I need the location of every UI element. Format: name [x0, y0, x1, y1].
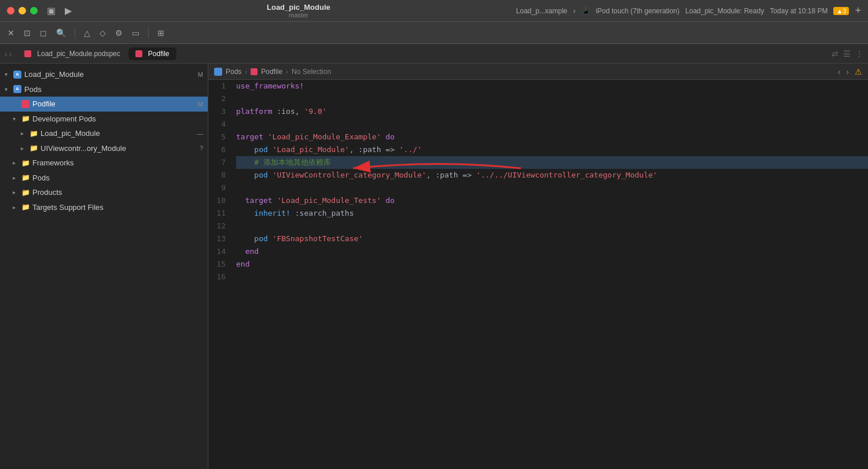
- sidebar-badge: M: [193, 70, 203, 80]
- chevron-right-icon: ▸: [21, 129, 28, 138]
- nav-forward-icon[interactable]: ›: [9, 49, 12, 58]
- device-icon: 📱: [582, 7, 590, 15]
- podfile-tab-icon: [135, 50, 142, 57]
- sidebar-item-targets-support[interactable]: ▸ 📁 Targets Support Files: [0, 200, 208, 215]
- fullscreen-button[interactable]: [30, 7, 38, 14]
- sidebar-item-dev-pods[interactable]: ▾ 📁 Development Pods: [0, 112, 208, 127]
- toolbar-grid-icon[interactable]: ⊡: [21, 27, 34, 39]
- titlebar-center: Load_pic_Module master: [81, 3, 516, 19]
- chevron-right-icon: ▸: [13, 188, 20, 197]
- editor-list-icon[interactable]: ☰: [843, 49, 851, 58]
- folder-icon: 📁: [30, 130, 38, 138]
- add-button[interactable]: +: [855, 5, 861, 17]
- editor-panel: Pods › Podfile › No Selection ‹ › ⚠ 1234…: [208, 64, 868, 469]
- sidebar-toggle-icon[interactable]: ▣: [47, 5, 56, 16]
- toolbar-search-icon[interactable]: 🔍: [53, 27, 69, 39]
- folder-icon: 📁: [21, 159, 30, 167]
- titlebar-subtitle: master: [289, 12, 308, 19]
- code-line: [236, 93, 868, 105]
- time-label: Today at 10:18 PM: [770, 7, 827, 15]
- sidebar-item-load-pic-sub[interactable]: ▸ 📁 Load_pic_Module —: [0, 126, 208, 141]
- sidebar-item-load-pic-module[interactable]: ▾ A Load_pic_Module M: [0, 67, 208, 82]
- toolbar-grid2-icon[interactable]: ⊞: [155, 27, 167, 39]
- sidebar-label: Load_pic_Module: [24, 69, 193, 80]
- sidebar: ▾ A Load_pic_Module M ▾ A Pods Podfile M…: [0, 64, 208, 469]
- breadcrumb-podfile[interactable]: Podfile: [261, 68, 282, 76]
- line-number: 1: [208, 80, 226, 93]
- toolbar: ✕ ⊡ ◻ 🔍 △ ◇ ⚙ ▭ ⊞: [0, 22, 868, 44]
- sidebar-label: Frameworks: [32, 157, 203, 169]
- folder-icon: 📁: [21, 115, 30, 123]
- line-number: 4: [208, 118, 226, 131]
- sidebar-item-frameworks[interactable]: ▸ 📁 Frameworks: [0, 156, 208, 171]
- sidebar-label: Development Pods: [32, 113, 203, 125]
- line-number: 6: [208, 143, 226, 156]
- chevron-down-icon: ▾: [5, 85, 12, 94]
- toolbar-diamond-icon[interactable]: ◇: [97, 27, 109, 39]
- close-button[interactable]: [7, 7, 14, 14]
- line-number: 14: [208, 245, 226, 258]
- play-button[interactable]: ▶: [65, 5, 72, 16]
- nav-arrows: ‹ ›: [5, 49, 12, 58]
- device-separator: ›: [573, 7, 576, 15]
- toolbar-rect-icon[interactable]: ▭: [129, 27, 142, 39]
- sidebar-item-uiview-module[interactable]: ▸ 📁 UIViewcontr...ory_Module ?: [0, 141, 208, 156]
- chevron-right-icon: ▸: [21, 144, 28, 153]
- sidebar-item-pods-group[interactable]: ▾ A Pods: [0, 82, 208, 97]
- sidebar-badge: —: [192, 129, 203, 139]
- editor-split-icon[interactable]: ⇄: [832, 49, 838, 58]
- code-line: end: [236, 245, 868, 258]
- nav-back-icon[interactable]: ‹: [5, 49, 8, 58]
- sidebar-badge: ?: [195, 143, 203, 153]
- breadcrumb-pods-icon: [214, 68, 222, 76]
- breadcrumb-pods[interactable]: Pods: [226, 68, 241, 76]
- toolbar-cross-icon[interactable]: ✕: [5, 27, 17, 39]
- toolbar-warn-icon[interactable]: △: [81, 27, 93, 39]
- chevron-right-icon: ▸: [13, 158, 20, 167]
- minimize-button[interactable]: [19, 7, 26, 14]
- tab-podspec[interactable]: Load_pic_Module.podspec: [17, 47, 127, 60]
- sidebar-label: Targets Support Files: [32, 202, 203, 213]
- code-line: target 'Load_pic_Module_Example' do: [236, 131, 868, 143]
- tab-podfile[interactable]: Podfile: [128, 47, 176, 60]
- breadcrumb-sep2: ›: [286, 68, 288, 76]
- sidebar-item-products[interactable]: ▸ 📁 Products: [0, 185, 208, 200]
- code-line: [236, 118, 868, 131]
- code-line: use_frameworks!: [236, 80, 868, 93]
- warning-badge[interactable]: ▲3: [833, 7, 849, 15]
- sidebar-label: UIViewcontr...ory_Module: [41, 143, 195, 154]
- line-number: 13: [208, 232, 226, 245]
- sidebar-label: Products: [32, 187, 203, 198]
- breadcrumb-no-selection: No Selection: [292, 68, 331, 76]
- code-line: inherit! :search_paths: [236, 207, 868, 220]
- toolbar-gear-icon[interactable]: ⚙: [112, 27, 126, 39]
- podspec-tab-icon: [24, 50, 31, 57]
- breadcrumb-podfile-icon: [251, 68, 258, 75]
- breadcrumb-warn-icon[interactable]: ⚠: [855, 67, 862, 76]
- code-line: pod 'UIViewController_category_Module', …: [236, 169, 868, 182]
- status-label: Load_pic_Module: Ready: [685, 7, 764, 15]
- titlebar: ▣ ▶ Load_pic_Module master Load_p...xamp…: [0, 0, 868, 22]
- titlebar-right: Load_p...xample › 📱 iPod touch (7th gene…: [516, 5, 861, 17]
- podfile-icon: [21, 100, 30, 108]
- tabs-bar: ‹ › Load_pic_Module.podspec Podfile ⇄ ☰ …: [0, 44, 868, 64]
- podspec-tab-label: Load_pic_Module.podspec: [37, 50, 120, 58]
- code-editor-wrap: 12345678910111213141516 use_frameworks! …: [208, 80, 868, 469]
- code-editor[interactable]: 12345678910111213141516 use_frameworks! …: [208, 80, 868, 469]
- code-line: platform :ios, '9.0': [236, 105, 868, 118]
- sidebar-label: Pods: [24, 84, 203, 95]
- sidebar-item-pods-sub[interactable]: ▸ 📁 Pods: [0, 171, 208, 186]
- breadcrumb-back-icon[interactable]: ‹: [838, 67, 841, 76]
- folder-icon: 📁: [21, 173, 30, 182]
- traffic-lights: [7, 7, 38, 14]
- line-number: 15: [208, 258, 226, 271]
- breadcrumb-forward-icon[interactable]: ›: [846, 67, 849, 76]
- sidebar-item-podfile[interactable]: Podfile M: [0, 97, 208, 112]
- titlebar-title: Load_pic_Module: [267, 3, 330, 12]
- editor-more-icon[interactable]: ⋮: [855, 49, 863, 58]
- podfile-tab-label: Podfile: [148, 50, 170, 58]
- code-area: 12345678910111213141516 use_frameworks! …: [208, 80, 868, 469]
- toolbar-square-icon[interactable]: ◻: [37, 27, 50, 39]
- code-line: target 'Load_pic_Module_Tests' do: [236, 194, 868, 207]
- line-number: 7: [208, 156, 226, 169]
